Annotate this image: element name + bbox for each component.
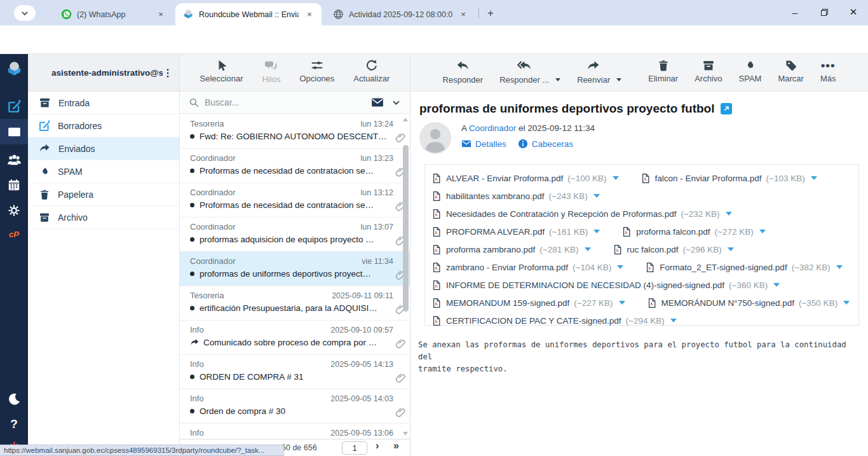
attachment-menu-caret[interactable] xyxy=(670,319,677,322)
help-button[interactable]: ? xyxy=(0,411,28,437)
reply-button[interactable]: Responder xyxy=(443,59,484,85)
message-row[interactable]: Tesorerialun 13:24 Fwd: Re: GOBIERNO AUT… xyxy=(180,114,410,149)
spam-button[interactable]: SPAM xyxy=(739,59,762,83)
roundcube-logo[interactable] xyxy=(0,54,28,83)
scrollbar-up-arrow[interactable] xyxy=(403,118,408,121)
attachment-menu-caret[interactable] xyxy=(619,301,625,305)
attachment-item[interactable]: ruc falcon.pdf(~296 KB) xyxy=(613,244,734,255)
mark-button[interactable]: Marcar xyxy=(778,59,803,83)
attachment-menu-caret[interactable] xyxy=(728,247,734,251)
forward-dropdown-caret[interactable] xyxy=(616,78,621,81)
details-link[interactable]: Detalles xyxy=(461,139,506,149)
message-row[interactable]: Info2025-09-05 13:06 xyxy=(180,424,410,439)
attachment-menu-caret[interactable] xyxy=(593,230,600,233)
attachment-item[interactable]: Necesidades de Contratación y Recepción … xyxy=(431,209,732,219)
message-row[interactable]: Info2025-09-05 14:03 Orden de compra # 3… xyxy=(180,389,410,424)
scrollbar-down-arrow[interactable] xyxy=(403,432,408,436)
tab-search-button[interactable] xyxy=(14,5,36,21)
archive-button[interactable]: Archivo xyxy=(695,59,722,83)
rail-compose-button[interactable] xyxy=(0,93,28,119)
pencil-icon xyxy=(39,120,50,132)
attachment-menu-caret[interactable] xyxy=(726,212,732,216)
attachment-menu-caret[interactable] xyxy=(613,176,619,180)
message-row-selected[interactable]: Coordinadorvie 11:34 proformas de unifor… xyxy=(180,252,410,286)
tab-close-icon[interactable]: × xyxy=(458,9,469,20)
search-input[interactable] xyxy=(205,97,371,107)
search-scope-mail-icon[interactable] xyxy=(371,96,384,109)
sender: Tesoreria xyxy=(190,291,332,300)
message-row[interactable]: Info2025-09-05 14:13 ORDEN DE COMPRA # 3… xyxy=(180,355,410,389)
search-options-chevron-icon[interactable] xyxy=(391,98,401,107)
recipient-link[interactable]: Coordinador xyxy=(469,123,516,133)
delete-button[interactable]: Eliminar xyxy=(648,59,678,83)
window-minimize-button[interactable]: – xyxy=(780,0,810,24)
select-button[interactable]: Seleccionar xyxy=(200,59,243,83)
attachment-item[interactable]: habilitantes xambrano.pdf(~243 KB) xyxy=(431,191,600,202)
attachment-item[interactable]: PROFORMA ALVEAR.pdf(~161 KB) xyxy=(431,226,600,237)
attachment-item[interactable]: Formato_2_ET-signed-signed.pdf(~382 KB) xyxy=(645,262,843,273)
next-page-button[interactable]: › xyxy=(376,440,379,452)
date: lun 13:07 xyxy=(361,223,393,231)
attachment-item[interactable]: INFORME DE DETERMINACION DE NECESIDAD (4… xyxy=(431,280,780,291)
account-menu-button[interactable]: ⋮ xyxy=(163,71,173,74)
new-tab-button[interactable]: + xyxy=(483,6,498,21)
rail-mail-button[interactable] xyxy=(0,119,28,144)
attachment-item[interactable]: proforma zambrano.pdf(~281 KB) xyxy=(431,244,591,255)
tab-roundcube[interactable]: Roundcube Webmail :: Enviados × xyxy=(175,3,322,25)
forward-button[interactable]: Reenviar xyxy=(577,59,610,85)
subject: Fwd: Re: GOBIERNO AUTONOMO DESCENT… xyxy=(200,132,393,141)
attachment-menu-caret[interactable] xyxy=(759,230,766,233)
attachment-size: (~103 KB) xyxy=(766,174,805,183)
attachment-menu-caret[interactable] xyxy=(843,301,850,305)
attachment-menu-caret[interactable] xyxy=(811,176,817,180)
folder-entrada[interactable]: Entrada xyxy=(28,92,179,114)
folder-papelera[interactable]: Papelera xyxy=(28,183,179,206)
rail-contacts-button[interactable] xyxy=(0,147,28,172)
open-in-new-window-icon[interactable] xyxy=(721,103,732,114)
attachment-item[interactable]: zambrano - Enviar Proforma.pdf(~104 KB) xyxy=(431,262,623,273)
message-row[interactable]: Info2025-09-10 09:57 Comunicado sobre pr… xyxy=(180,321,410,355)
attachment-menu-caret[interactable] xyxy=(585,247,591,251)
options-button[interactable]: Opciones xyxy=(299,59,334,83)
attachment-item[interactable]: falcon - Enviar Proforma.pdf(~103 KB) xyxy=(641,173,817,184)
unread-dot-icon xyxy=(190,306,194,310)
attachment-menu-caret[interactable] xyxy=(593,194,600,198)
tab-actividad[interactable]: Actividad 2025-09-12 08:00:00 | × xyxy=(325,3,475,25)
folder-enviados[interactable]: Enviados xyxy=(28,137,179,160)
window-restore-button[interactable] xyxy=(810,0,839,24)
attachment-menu-caret[interactable] xyxy=(836,265,843,269)
dark-mode-toggle[interactable] xyxy=(0,386,28,411)
rail-settings-button[interactable] xyxy=(0,198,28,223)
attachment-item[interactable]: ALVEAR - Enviar Proforma.pdf(~100 KB) xyxy=(431,173,619,184)
flame-icon xyxy=(743,59,756,72)
message-row[interactable]: Coordinadorlun 13:12 Proformas de necesi… xyxy=(180,183,410,218)
tab-close-icon[interactable]: × xyxy=(304,9,315,20)
headers-link[interactable]: Cabeceras xyxy=(518,139,573,149)
refresh-button[interactable]: Actualizar xyxy=(353,59,390,83)
window-close-button[interactable]: ✕ xyxy=(839,0,868,24)
reply-all-dropdown-caret[interactable] xyxy=(555,78,560,81)
attachment-item[interactable]: CERTIFICACION DE PAC Y CATE-signed.pdf(~… xyxy=(431,315,677,326)
attachment-menu-caret[interactable] xyxy=(617,265,623,269)
page-number-input[interactable] xyxy=(342,441,367,455)
threads-button[interactable]: Hilos xyxy=(262,59,281,84)
attachment-item[interactable]: MEMORÁNDUM N°750-signed.pdf(~350 KB) xyxy=(647,298,850,308)
message-row[interactable]: Tesoreria2025-09-11 09:11 ertificación P… xyxy=(180,286,410,321)
attachment-item[interactable]: proforma falcon.pdf(~272 KB) xyxy=(621,226,765,237)
folder-archivo[interactable]: Archivo xyxy=(28,206,179,229)
list-scrollbar-thumb[interactable] xyxy=(403,145,409,312)
message-row[interactable]: Coordinadorlun 13:07 proformas adquisici… xyxy=(180,218,410,252)
folder-borradores[interactable]: Borradores xyxy=(28,114,179,137)
tab-close-icon[interactable]: × xyxy=(155,9,166,20)
attachment-menu-caret[interactable] xyxy=(773,283,780,287)
folder-spam[interactable]: SPAM xyxy=(28,160,179,183)
rail-calendar-button[interactable] xyxy=(0,172,28,198)
tab-whatsapp[interactable]: (2) WhatsApp × xyxy=(53,3,173,25)
attachment-item[interactable]: MEMORANDUM 159-signed.pdf(~227 KB) xyxy=(431,298,625,308)
last-page-button[interactable]: » xyxy=(393,440,399,452)
reply-all-button[interactable]: Responder ... xyxy=(499,59,549,85)
sender: Info xyxy=(190,394,330,403)
more-button[interactable]: ••• Más xyxy=(820,59,836,83)
message-row[interactable]: Coordinadorlun 13:23 Proformas de necesi… xyxy=(180,149,410,183)
rail-cpanel-button[interactable]: cP xyxy=(0,223,28,245)
